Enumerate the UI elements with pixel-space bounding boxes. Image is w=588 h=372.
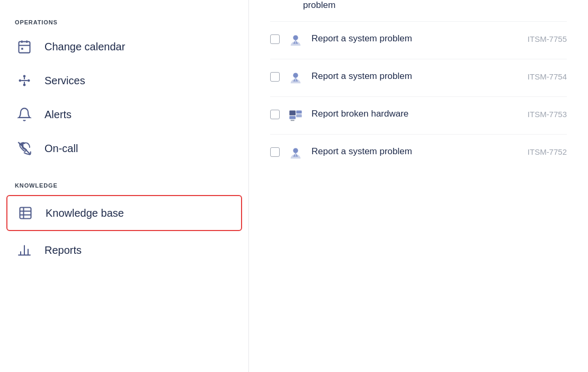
row-checkbox-7754[interactable]	[270, 72, 280, 84]
svg-point-7	[23, 84, 26, 86]
person-alert-icon: !	[288, 71, 303, 86]
row-content: Report broken hardware	[311, 108, 519, 120]
row-title: Report broken hardware	[311, 108, 519, 120]
svg-point-6	[23, 75, 26, 78]
row-id: ITSM-7755	[528, 34, 567, 43]
row-content: Report a system problem	[311, 70, 519, 83]
svg-point-32	[293, 148, 298, 153]
svg-text:!: !	[295, 153, 296, 157]
row-id: ITSM-7754	[528, 72, 567, 81]
svg-text:!: !	[295, 78, 296, 82]
svg-text:!: !	[295, 40, 296, 44]
sidebar: OPERATIONS Change calendar	[0, 0, 249, 372]
list-item: ! Report a system problem ITSM-7754	[270, 59, 567, 97]
row-checkbox-7753[interactable]	[270, 110, 280, 121]
svg-rect-0	[19, 42, 30, 53]
oncall-icon	[15, 139, 34, 158]
row-id: ITSM-7752	[528, 147, 567, 156]
sidebar-item-label: Alerts	[44, 109, 72, 121]
checkbox-input[interactable]	[270, 34, 280, 44]
sidebar-item-label: On-call	[44, 143, 78, 155]
svg-point-5	[19, 79, 22, 82]
sidebar-item-alerts[interactable]: Alerts	[0, 98, 248, 131]
svg-rect-31	[291, 120, 295, 121]
row-title: Report a system problem	[311, 70, 519, 83]
row-content: Report a system problem	[311, 32, 519, 45]
row-id: ITSM-7753	[528, 110, 567, 119]
services-icon	[15, 71, 34, 90]
list-item: Report broken hardware ITSM-7753	[270, 97, 567, 135]
book-icon	[16, 203, 35, 223]
svg-point-21	[293, 36, 298, 40]
sidebar-item-label: Reports	[44, 244, 82, 256]
checkbox-input[interactable]	[270, 110, 280, 119]
svg-rect-30	[289, 116, 296, 119]
hardware-icon	[288, 109, 303, 123]
row-content: Report a system problem	[311, 145, 519, 158]
sidebar-item-services[interactable]: Services	[0, 64, 248, 98]
svg-rect-28	[296, 111, 302, 114]
sidebar-item-reports[interactable]: Reports	[0, 233, 248, 267]
row-title: Report a system problem	[311, 145, 519, 158]
sidebar-item-on-call[interactable]: On-call	[0, 131, 248, 165]
barchart-icon	[15, 241, 34, 260]
row-title: Report a system problem	[311, 32, 519, 45]
knowledge-section-label: KNOWLEDGE	[0, 174, 248, 193]
svg-point-8	[28, 79, 30, 82]
sidebar-item-label: Change calendar	[44, 41, 125, 53]
svg-rect-13	[20, 208, 31, 219]
sidebar-item-label: Services	[44, 75, 85, 87]
list-item: ! Report a system problem ITSM-7752	[270, 135, 567, 172]
sidebar-item-change-calendar[interactable]: Change calendar	[0, 30, 248, 64]
sidebar-item-knowledge-base[interactable]: Knowledge base	[6, 195, 242, 231]
list-item: ! Report a system problem ITSM-7755	[270, 22, 567, 59]
bell-icon	[15, 105, 34, 124]
svg-rect-4	[21, 48, 23, 50]
person-alert-icon: !	[288, 33, 303, 48]
main-content: problem ! Report a system problem ITSM-7…	[249, 0, 588, 372]
calendar-icon	[15, 37, 34, 56]
person-alert-icon: !	[288, 146, 303, 161]
checkbox-input[interactable]	[270, 72, 280, 82]
partial-title: problem	[270, 0, 335, 11]
partial-row: problem	[270, 0, 567, 22]
operations-section-label: OPERATIONS	[0, 11, 248, 30]
checkbox-input[interactable]	[270, 147, 280, 157]
svg-point-24	[293, 73, 298, 78]
row-checkbox-7752[interactable]	[270, 147, 280, 159]
svg-rect-27	[289, 111, 296, 116]
row-checkbox-7755[interactable]	[270, 34, 280, 46]
sidebar-item-label: Knowledge base	[46, 207, 124, 219]
svg-rect-29	[296, 114, 302, 118]
